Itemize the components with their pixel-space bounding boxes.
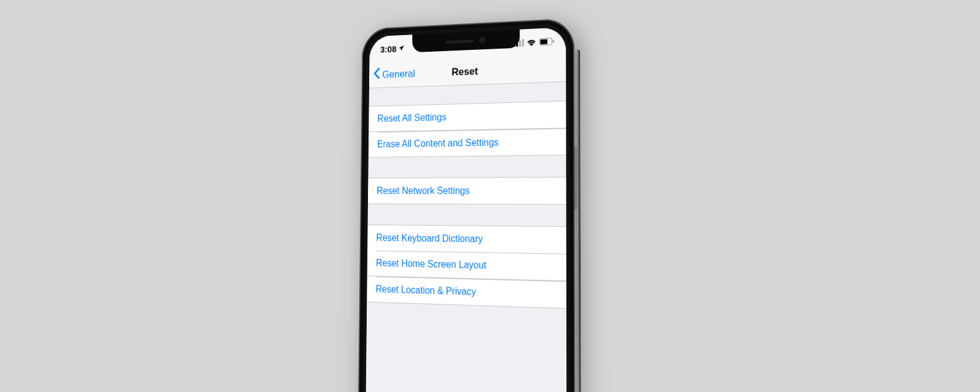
back-label: General xyxy=(382,68,415,81)
status-left: 3:08 xyxy=(380,43,405,54)
nav-title: Reset xyxy=(452,65,478,78)
back-button[interactable]: General xyxy=(374,60,415,88)
cell-label: Reset Location & Privacy xyxy=(375,284,476,297)
svg-rect-6 xyxy=(553,40,554,43)
location-arrow-icon xyxy=(398,44,405,52)
phone-frame: 3:08 xyxy=(357,18,576,392)
settings-group-1: Reset All Settings Erase All Content and… xyxy=(369,100,566,157)
wifi-icon xyxy=(527,38,536,46)
screen: 3:08 xyxy=(365,27,567,392)
settings-content: Reset All Settings Erase All Content and… xyxy=(367,100,566,308)
cell-label: Reset Network Settings xyxy=(377,185,470,195)
chevron-left-icon xyxy=(374,67,382,82)
cell-label: Erase All Content and Settings xyxy=(377,137,499,149)
cellular-signal-icon xyxy=(513,39,524,47)
status-time: 3:08 xyxy=(380,43,396,54)
status-right xyxy=(513,38,554,47)
phone-mockup: 3:08 xyxy=(357,18,576,392)
svg-rect-3 xyxy=(522,39,524,46)
reset-network-settings[interactable]: Reset Network Settings xyxy=(368,176,566,204)
battery-icon xyxy=(539,38,554,46)
svg-rect-5 xyxy=(541,39,548,45)
cell-label: Reset Home Screen Layout xyxy=(376,258,486,271)
cell-label: Reset All Settings xyxy=(377,112,446,123)
svg-rect-1 xyxy=(517,43,518,47)
settings-group-3: Reset Keyboard Dictionary Reset Home Scr… xyxy=(367,224,566,309)
settings-group-2: Reset Network Settings xyxy=(368,176,566,204)
speaker-grille xyxy=(445,39,473,44)
reset-keyboard-dictionary[interactable]: Reset Keyboard Dictionary xyxy=(367,224,566,254)
front-camera xyxy=(479,37,484,43)
erase-all-content[interactable]: Erase All Content and Settings xyxy=(369,128,566,158)
reset-location-privacy[interactable]: Reset Location & Privacy xyxy=(367,276,566,309)
cell-label: Reset Keyboard Dictionary xyxy=(376,232,483,244)
svg-rect-2 xyxy=(519,41,521,47)
phone-side-edge xyxy=(575,49,581,392)
svg-rect-4 xyxy=(539,38,552,46)
reset-all-settings[interactable]: Reset All Settings xyxy=(369,100,566,132)
svg-rect-0 xyxy=(513,44,515,47)
